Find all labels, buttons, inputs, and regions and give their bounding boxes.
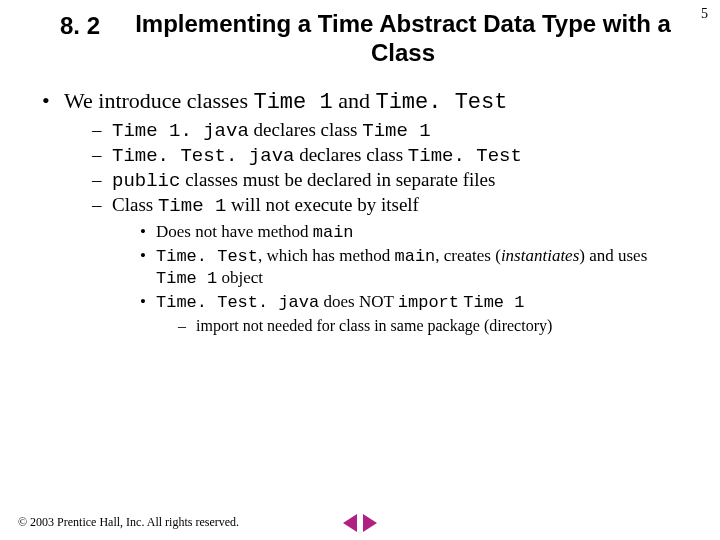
text: will not execute by itself: [226, 194, 419, 215]
nav-arrows: [343, 514, 377, 532]
code-text: Time 1: [253, 90, 332, 115]
code-text: Time. Test. java: [156, 293, 319, 312]
code-text: Time. Test: [375, 90, 507, 115]
code-text: import: [398, 293, 459, 312]
text: declares class: [294, 144, 407, 165]
text: and: [333, 88, 376, 113]
content-area: We introduce classes Time 1 and Time. Te…: [0, 76, 720, 336]
bullet-level3: Time. Test. java does NOT import Time 1 …: [140, 291, 690, 335]
page-number: 5: [701, 6, 708, 22]
slide-title: Implementing a Time Abstract Data Type w…: [126, 10, 680, 68]
bullet-level3: Time. Test, which has method main, creat…: [140, 245, 690, 290]
bullet-level2: public classes must be declared in separ…: [92, 169, 690, 192]
code-text: Time 1: [158, 195, 226, 217]
text: does NOT: [319, 292, 398, 311]
code-text: Time. Test. java: [112, 145, 294, 167]
bullet-level3: Does not have method main: [140, 221, 690, 243]
code-text: public: [112, 170, 180, 192]
bullet-level2: Time 1. java declares class Time 1: [92, 119, 690, 142]
text: classes must be declared in separate fil…: [180, 169, 495, 190]
code-text: Time 1: [362, 120, 430, 142]
copyright-text: © 2003 Prentice Hall, Inc. All rights re…: [18, 515, 239, 530]
code-text: Time. Test: [408, 145, 522, 167]
text: declares class: [249, 119, 362, 140]
bullet-level1: We introduce classes Time 1 and Time. Te…: [42, 88, 690, 336]
bullet-level4: import not needed for class in same pack…: [178, 316, 690, 336]
italic-text: instantiates: [501, 246, 579, 265]
code-text: Time 1: [463, 293, 524, 312]
bullet-level2: Time. Test. java declares class Time. Te…: [92, 144, 690, 167]
bullet-level2: Class Time 1 will not execute by itself …: [92, 194, 690, 336]
text: , creates (: [435, 246, 501, 265]
text: , which has method: [258, 246, 394, 265]
code-text: main: [394, 247, 435, 266]
code-text: Time 1: [156, 269, 217, 288]
code-text: Time. Test: [156, 247, 258, 266]
section-number: 8. 2: [60, 12, 100, 40]
text: Does not have method: [156, 222, 313, 241]
code-text: main: [313, 223, 354, 242]
prev-arrow-icon[interactable]: [343, 514, 357, 532]
text: Class: [112, 194, 158, 215]
text: We introduce classes: [64, 88, 253, 113]
text: object: [217, 268, 263, 287]
code-text: Time 1. java: [112, 120, 249, 142]
next-arrow-icon[interactable]: [363, 514, 377, 532]
title-area: 8. 2 Implementing a Time Abstract Data T…: [0, 0, 720, 76]
text: ) and uses: [579, 246, 647, 265]
